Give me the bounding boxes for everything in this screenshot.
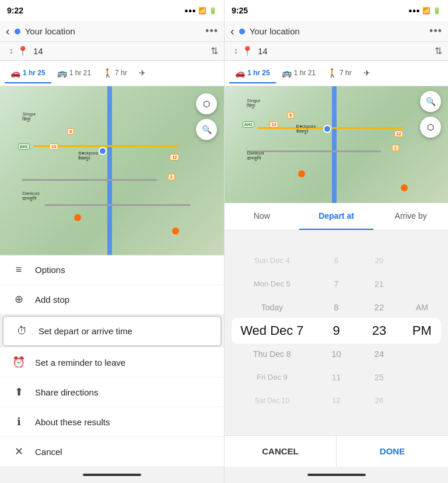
add-stop-icon: ⊕ [12, 293, 26, 306]
transit-icon-left: 🚌 [57, 68, 67, 78]
tab-drive-left[interactable]: 🚗 1 hr 25 [5, 64, 51, 83]
walk-time-right: 7 hr [340, 69, 352, 77]
dest-input-left[interactable] [33, 46, 206, 56]
route-dots-left [6, 49, 12, 54]
cancel-icon: ✕ [12, 445, 26, 458]
search-button-right[interactable]: 🔍 [420, 91, 441, 112]
tab-transit-left[interactable]: 🚌 1 hr 21 [51, 64, 97, 83]
picker-minute-column: 20 21 22 23 24 25 26 [358, 249, 400, 412]
map-area-right[interactable]: Singurसिंगुर B●ckporeबैरकपुर Dankuniडानक… [225, 86, 448, 203]
home-indicator-left [0, 467, 224, 483]
fly-icon-right: ✈ [363, 68, 370, 78]
tab-walk-left[interactable]: 🚶 7 hr [97, 64, 133, 83]
about-icon: ℹ [12, 415, 26, 428]
menu-options[interactable]: ≡ Options [0, 256, 224, 285]
about-label: About these results [35, 417, 110, 427]
status-bar-left: 9:22 ●●● 📶 🔋 [0, 0, 224, 21]
picker-period-0 [401, 249, 443, 272]
orange-marker-right [298, 170, 305, 177]
menu-add-stop[interactable]: ⊕ Add stop [0, 285, 224, 314]
picker-date-2: Today [229, 296, 315, 319]
barackpore-label-right: B●ckporeबैरकपुर [296, 124, 316, 135]
road-6-right: 6 [287, 112, 294, 118]
swap-button-left[interactable]: ⇅ [211, 46, 218, 57]
picker-hour-column: 6 7 8 9 10 11 12 [315, 249, 358, 412]
picker-period-3: PM [401, 319, 443, 342]
drive-icon-right: 🚗 [235, 68, 245, 78]
menu-share[interactable]: ⬆ Share directions [0, 377, 224, 407]
search-button-left[interactable]: 🔍 [196, 119, 217, 140]
picker-period-2: AM [401, 296, 443, 319]
ah1-badge-right: AH1 [243, 121, 254, 128]
tab-walk-right[interactable]: 🚶 7 hr [321, 64, 358, 83]
more-button-right[interactable]: ••• [429, 25, 442, 37]
depart-time-label: Set depart or arrive time [38, 326, 132, 336]
road-12-right: 12 [394, 131, 404, 137]
route-dots-right [230, 49, 237, 54]
singur-label-right: Singurसिंगुर [247, 98, 260, 109]
menu-depart-time[interactable]: ⏱ Set depart or arrive time [2, 316, 222, 346]
share-label: Share directions [35, 387, 98, 397]
picker-container: Sun Dec 4 Mon Dec 5 Today Wed Dec 7 Thu … [225, 230, 448, 430]
right-panel: 9:25 ●●● 📶 🔋 ‹ ••• 📍 ⇅ 🚗 1 hr 25 🚌 1 hr … [224, 0, 448, 483]
home-indicator-right [225, 467, 448, 483]
road-2-right: 2 [392, 145, 399, 151]
status-bar-right: 9:25 ●●● 📶 🔋 [225, 0, 448, 21]
back-button-right[interactable]: ‹ [230, 24, 235, 38]
layers-button-left[interactable]: ⬡ [196, 93, 217, 114]
back-button-left[interactable]: ‹ [6, 24, 10, 38]
layers-button-right[interactable]: ⬡ [420, 117, 441, 138]
tab-fly-left[interactable]: ✈ [133, 64, 152, 83]
picker-date-6: Sat Dec 10 [229, 389, 315, 412]
home-bar-left [83, 474, 141, 476]
picker-date-column: Sun Dec 4 Mon Dec 5 Today Wed Dec 7 Thu … [229, 249, 315, 412]
left-panel: 9:22 ●●● 📶 🔋 ‹ ••• 📍 ⇅ 🚗 1 hr 25 🚌 1 hr … [0, 0, 224, 483]
picker-hour-6: 12 [315, 389, 358, 412]
wifi-icon-right: 📶 [422, 7, 430, 15]
menu-reminder[interactable]: ⏰ Set a reminder to leave [0, 348, 224, 377]
reminder-icon: ⏰ [12, 356, 26, 369]
more-button-left[interactable]: ••• [205, 25, 218, 37]
transit-icon-right: 🚌 [282, 68, 292, 78]
done-button[interactable]: DONE [337, 436, 448, 467]
drive-time-left: 1 hr 25 [23, 69, 46, 77]
picker-hour-1: 7 [315, 272, 358, 296]
dest-pin-right: 📍 [242, 46, 253, 57]
tab-drive-right[interactable]: 🚗 1 hr 25 [229, 64, 276, 83]
swap-button-right[interactable]: ⇅ [435, 46, 442, 57]
cancel-button[interactable]: CANCEL [225, 436, 337, 467]
tab-fly-right[interactable]: ✈ [358, 64, 376, 83]
picker-date-4: Thu Dec 8 [229, 342, 315, 366]
options-label: Options [35, 265, 65, 275]
tab-arrive-by[interactable]: Arrive by [373, 203, 448, 230]
dankuni-label: Dankuniडानकुनि [22, 191, 39, 202]
picker-date-1: Mon Dec 5 [229, 272, 315, 296]
tab-depart-at[interactable]: Depart at [299, 203, 374, 230]
status-icons-right: ●●● 📶 🔋 [408, 7, 441, 15]
road-13-right: 13 [270, 121, 279, 128]
transit-time-right: 1 hr 21 [294, 69, 316, 77]
location-dot-left [15, 29, 20, 34]
picker-min-1: 21 [358, 272, 400, 296]
singur-label: Singurसिंगुर [22, 111, 36, 123]
cancel-label: Cancel [35, 447, 62, 457]
battery-icon: 🔋 [209, 7, 217, 15]
menu-about[interactable]: ℹ About these results [0, 407, 224, 437]
picker-date-5: Fri Dec 9 [229, 366, 315, 389]
map-bg-right: Singurसिंगुर B●ckporeबैरकपुर Dankuniडानक… [225, 86, 448, 203]
depart-time-icon: ⏱ [15, 325, 29, 337]
map-area-left[interactable]: Singurसिंगुर B●ckporeबैरकपुर Dankuniडानक… [0, 86, 224, 255]
drive-time-right: 1 hr 25 [247, 69, 270, 77]
tab-transit-right[interactable]: 🚌 1 hr 21 [276, 64, 321, 83]
nav-bar-left: ‹ ••• [0, 21, 224, 42]
menu-cancel[interactable]: ✕ Cancel [0, 437, 224, 467]
share-icon: ⬆ [12, 386, 26, 398]
dest-input-right[interactable] [258, 46, 430, 56]
picker-rows[interactable]: Sun Dec 4 Mon Dec 5 Today Wed Dec 7 Thu … [225, 249, 448, 412]
picker-min-0: 20 [358, 249, 400, 272]
location-input-left[interactable] [25, 26, 201, 36]
nav-bar-right: ‹ ••• [225, 21, 448, 42]
wifi-icon: 📶 [198, 7, 206, 15]
location-input-right[interactable] [250, 26, 425, 36]
tab-now[interactable]: Now [225, 203, 299, 230]
